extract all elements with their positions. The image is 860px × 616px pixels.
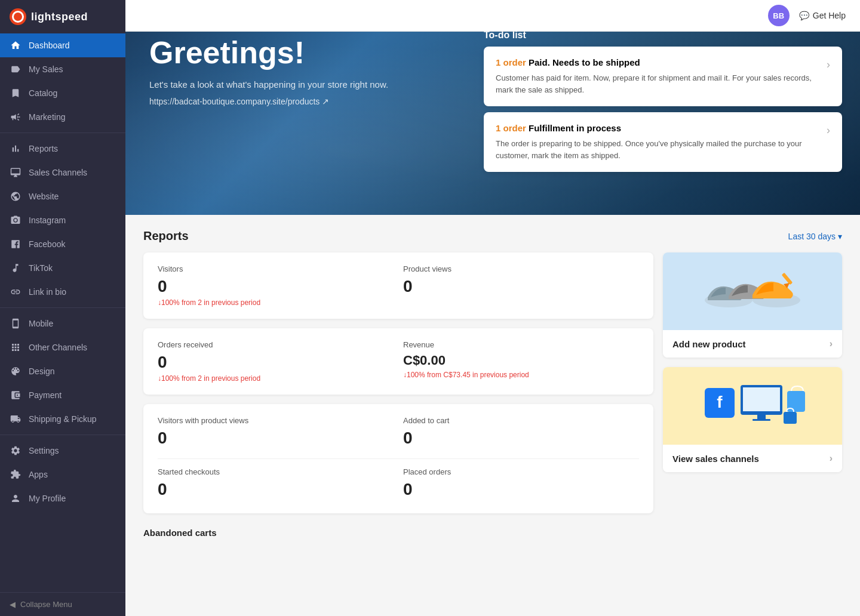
collapse-icon: ◀ [10,600,16,609]
stat-orders-label: Orders received [158,340,394,349]
add-product-image [663,252,842,330]
sales-channels-footer: View sales channels › [663,445,842,472]
todo-items-container: 1 order Paid. Needs to be shippedCustome… [484,47,842,172]
sidebar-item-settings[interactable]: Settings [0,439,125,463]
stat-placed-orders-label: Placed orders [403,467,639,476]
stat-placed-orders: Placed orders 0 [403,467,639,501]
sidebar-item-my-sales[interactable]: My Sales [0,57,125,81]
sidebar-item-design[interactable]: Design [0,359,125,383]
sales-channels-label: View sales channels [672,454,759,464]
nav-divider [0,133,125,133]
sidebar-item-mobile-label: Mobile [29,319,53,328]
social-illustration: f [693,376,812,436]
sidebar-item-shipping-label: Shipping & Pickup [29,414,97,424]
stat-card-inner-4: Started checkouts 0 Placed orders 0 [158,467,639,501]
sidebar-item-reports-label: Reports [29,144,58,153]
stat-orders-value: 0 [158,353,394,372]
todo-order-num: 1 order [496,57,526,67]
sidebar-item-facebook[interactable]: Facebook [0,232,125,256]
collapse-menu-button[interactable]: ◀ Collapse Menu [0,592,125,616]
add-product-footer: Add new product › [663,330,842,358]
sales-channels-icon [10,167,22,178]
hero-section: Greetings! Let's take a look at what's h… [125,0,860,215]
sidebar-item-my-profile-label: My Profile [29,494,66,503]
stat-visitors-change: ↓100% from 2 in previous period [158,298,394,307]
add-product-card[interactable]: Add new product › [663,252,842,358]
view-sales-channels-card[interactable]: f [663,367,842,472]
sales-channels-chevron: › [830,453,833,464]
stat-added-cart-label: Added to cart [403,416,639,425]
sidebar-item-link-in-bio[interactable]: Link in bio [0,280,125,304]
logo-icon [10,8,26,25]
stat-revenue: Revenue C$0.00 ↓100% from C$73.45 in pre… [403,340,639,383]
logo[interactable]: lightspeed [0,0,125,33]
todo-item-1[interactable]: 1 order Fulfillment in processThe order … [484,112,842,172]
nav-items-container: DashboardMy SalesCatalogMarketingReports… [0,33,125,510]
shipping-icon [10,413,22,425]
todo-item-1-content: 1 order Fulfillment in processThe order … [496,123,819,161]
dashboard-icon [10,39,22,51]
chat-icon: 💬 [799,11,809,20]
get-help-label: Get Help [813,11,846,20]
sidebar-item-marketing-label: Marketing [29,112,65,122]
stat-orders: Orders received 0 ↓100% from 2 in previo… [158,340,394,383]
stat-visitors-products-value: 0 [158,429,394,448]
user-avatar[interactable]: BB [768,5,790,26]
get-help-button[interactable]: 💬 Get Help [799,11,846,20]
stat-added-cart: Added to cart 0 [403,416,639,450]
svg-rect-8 [743,387,780,411]
apps-icon [10,469,22,481]
sidebar-item-my-profile[interactable]: My Profile [0,486,125,510]
sidebar-item-payment[interactable]: Payment [0,383,125,407]
stat-visitors-label: Visitors [158,264,394,273]
todo-item-0-content: 1 order Paid. Needs to be shippedCustome… [496,57,819,96]
tiktok-icon [10,262,22,274]
mobile-icon [10,318,22,329]
sidebar-item-settings-label: Settings [29,446,59,455]
sidebar-item-marketing[interactable]: Marketing [0,105,125,129]
sidebar-item-sales-channels[interactable]: Sales Channels [0,161,125,184]
sidebar-item-apps[interactable]: Apps [0,463,125,486]
sidebar-item-other-channels[interactable]: Other Channels [0,335,125,359]
instagram-icon [10,214,22,226]
date-filter-button[interactable]: Last 30 days ▾ [788,232,842,241]
reports-header: Reports Last 30 days ▾ [143,229,842,243]
store-link-text: https://badcat-boutique.company.site/pro… [149,97,320,106]
nav-divider [0,435,125,435]
main-content: BB 💬 Get Help Greetings! Let's take a lo… [125,0,860,616]
stat-placed-orders-value: 0 [403,480,639,499]
todo-panel: To-do list 1 order Paid. Needs to be shi… [484,30,842,178]
svg-rect-10 [752,419,770,421]
sidebar-item-instagram[interactable]: Instagram [0,208,125,232]
todo-item-0[interactable]: 1 order Paid. Needs to be shippedCustome… [484,47,842,106]
sidebar: lightspeed DashboardMy SalesCatalogMarke… [0,0,125,616]
stat-started-checkouts-label: Started checkouts [158,467,394,476]
stat-card-inner-3: Visitors with product views 0 Added to c… [158,416,639,450]
sidebar-item-apps-label: Apps [29,470,48,479]
abandoned-carts-label: Abandoned carts [143,528,653,538]
stat-revenue-value: C$0.00 [403,353,639,368]
chevron-down-icon: ▾ [838,232,842,241]
store-link[interactable]: https://badcat-boutique.company.site/pro… [149,97,460,106]
sidebar-item-website[interactable]: Website [0,184,125,208]
sidebar-item-dashboard[interactable]: Dashboard [0,33,125,57]
reports-main-row: Visitors 0 ↓100% from 2 in previous peri… [143,252,842,538]
todo-order-num: 1 order [496,123,526,133]
nav-divider [0,307,125,308]
stat-card-visitors: Visitors 0 ↓100% from 2 in previous peri… [143,252,653,319]
logo-text: lightspeed [31,11,88,23]
sidebar-item-shipping[interactable]: Shipping & Pickup [0,407,125,431]
hero-title: Greetings! [149,36,460,70]
sidebar-item-tiktok[interactable]: TikTok [0,256,125,280]
svg-rect-3 [782,273,793,285]
sidebar-item-reports[interactable]: Reports [0,137,125,161]
sidebar-item-mobile[interactable]: Mobile [0,312,125,335]
reports-section: Reports Last 30 days ▾ Visitors 0 ↓100% … [125,215,860,616]
stat-product-views-value: 0 [403,277,639,296]
sidebar-item-sales-channels-label: Sales Channels [29,168,87,177]
marketing-icon [10,111,22,123]
sidebar-item-catalog[interactable]: Catalog [0,81,125,105]
link-in-bio-icon [10,286,22,298]
stat-visitors: Visitors 0 ↓100% from 2 in previous peri… [158,264,394,307]
hero-subtitle: Let's take a look at what's happening in… [149,79,460,90]
